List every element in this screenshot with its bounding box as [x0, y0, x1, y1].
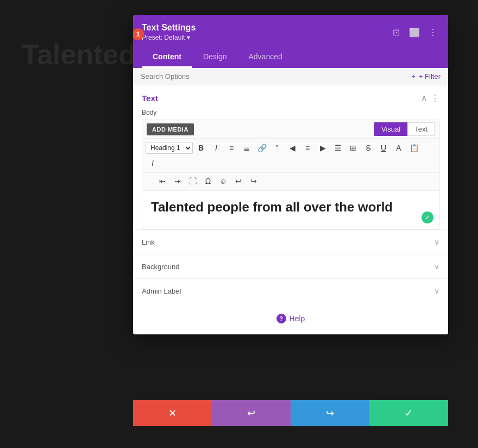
undo-button[interactable]: ↩	[212, 400, 291, 426]
modal-title: Text Settings	[142, 23, 196, 33]
filter-label: + Filter	[419, 72, 441, 80]
layout-icon[interactable]: ⬜	[408, 26, 421, 39]
link-label: Link	[142, 238, 155, 246]
cancel-button[interactable]: ✕	[133, 400, 212, 426]
heading-select[interactable]: Heading 1 Heading 2 Heading 3 Paragraph	[146, 142, 193, 154]
background-chevron-icon: ∨	[434, 262, 439, 271]
link-chevron-icon: ∨	[434, 238, 439, 246]
help-label: Help	[290, 314, 305, 323]
filter-plus-icon: +	[411, 72, 416, 80]
admin-label-text: Admin Label	[142, 287, 181, 295]
align-justify-button[interactable]: ☰	[331, 141, 345, 155]
help-section[interactable]: ? Help	[133, 303, 448, 334]
filter-button[interactable]: + + Filter	[411, 72, 441, 80]
outdent-button[interactable]: ⇤	[155, 174, 169, 188]
text-color-button[interactable]: A	[392, 141, 406, 155]
view-buttons: Visual Text	[374, 122, 435, 136]
tab-content[interactable]: Content	[142, 47, 192, 68]
preset-value[interactable]: Default ▾	[164, 34, 190, 41]
text-settings-modal: Text Settings Preset: Default ▾ ⊡ ⬜ ⋮ Co…	[133, 15, 448, 334]
strikethrough-button[interactable]: S	[361, 141, 375, 155]
editor-toolbar-row1: Heading 1 Heading 2 Heading 3 Paragraph …	[142, 139, 439, 173]
editor-body[interactable]: Talented people from all over the world	[142, 191, 439, 229]
modal-preset: Preset: Default ▾	[142, 34, 196, 41]
title-group: Text Settings Preset: Default ▾	[142, 23, 196, 41]
redo-editor-button[interactable]: ↪	[247, 174, 261, 188]
underline-button[interactable]: U	[376, 141, 391, 155]
search-input[interactable]	[141, 72, 411, 80]
text-view-button[interactable]: Text	[407, 122, 435, 136]
save-button[interactable]: ✓	[369, 400, 448, 426]
bold-button[interactable]: B	[194, 141, 208, 155]
add-media-button[interactable]: ADD MEDIA	[147, 123, 194, 135]
help-icon: ?	[276, 314, 286, 323]
editor-heading-text: Talented people from all over the world	[151, 200, 430, 215]
tab-advanced[interactable]: Advanced	[237, 47, 293, 68]
unordered-list-button[interactable]: ≡	[224, 141, 238, 155]
tab-design[interactable]: Design	[192, 47, 238, 68]
header-icons: ⊡ ⬜ ⋮	[389, 26, 439, 39]
format-italic-button[interactable]: I	[146, 156, 160, 170]
admin-label-chevron-icon: ∨	[434, 287, 439, 295]
modal-header: Text Settings Preset: Default ▾ ⊡ ⬜ ⋮ Co…	[133, 15, 448, 68]
special-chars-button[interactable]: Ω	[201, 174, 215, 188]
ordered-list-button[interactable]: ≣	[240, 141, 254, 155]
modal-content: Text ∧ ⋮ Body ADD MEDIA Visual Text Head…	[133, 85, 448, 334]
italic-button[interactable]: I	[209, 141, 223, 155]
section-title: Text	[142, 94, 158, 103]
align-center-button[interactable]: ≡	[300, 141, 315, 155]
bottom-bar: ✕ ↩ ↪ ✓	[133, 400, 448, 426]
align-left-button[interactable]: ◀	[285, 141, 299, 155]
section-header-icons: ∧ ⋮	[421, 93, 439, 103]
body-label: Body	[133, 109, 448, 120]
background-label: Background	[142, 263, 179, 271]
undo-editor-button[interactable]: ↩	[231, 174, 246, 188]
editor-area: ADD MEDIA Visual Text Heading 1 Heading …	[142, 120, 439, 229]
background-section[interactable]: Background ∨	[133, 254, 448, 278]
align-right-button[interactable]: ▶	[316, 141, 330, 155]
search-bar: + + Filter	[133, 68, 448, 85]
fullscreen-icon[interactable]: ⊡	[389, 26, 402, 39]
paste-button[interactable]: 📋	[407, 141, 421, 155]
header-top: Text Settings Preset: Default ▾ ⊡ ⬜ ⋮	[142, 23, 439, 41]
save-indicator	[422, 211, 433, 223]
text-section-header: Text ∧ ⋮	[133, 85, 448, 109]
fullscreen-editor-button[interactable]: ⛶	[186, 174, 200, 188]
admin-label-section[interactable]: Admin Label ∨	[133, 278, 448, 303]
section-more-icon[interactable]: ⋮	[431, 93, 439, 103]
link-button[interactable]: 🔗	[255, 141, 269, 155]
editor-toolbar-row2: 1 ⇤ ⇥ ⛶ Ω ☺ ↩ ↪	[142, 173, 439, 191]
link-section[interactable]: Link ∨	[133, 229, 448, 254]
collapse-icon[interactable]: ∧	[421, 93, 427, 103]
emoji-button[interactable]: ☺	[216, 174, 230, 188]
blockquote-button[interactable]: "	[270, 141, 284, 155]
redo-button[interactable]: ↪	[291, 400, 369, 426]
tab-bar: Content Design Advanced	[142, 47, 439, 68]
more-options-icon[interactable]: ⋮	[426, 26, 439, 39]
table-button[interactable]: ⊞	[346, 141, 360, 155]
editor-topbar: ADD MEDIA Visual Text	[142, 120, 439, 139]
indent-button[interactable]: ⇥	[171, 174, 185, 188]
visual-view-button[interactable]: Visual	[374, 122, 407, 136]
